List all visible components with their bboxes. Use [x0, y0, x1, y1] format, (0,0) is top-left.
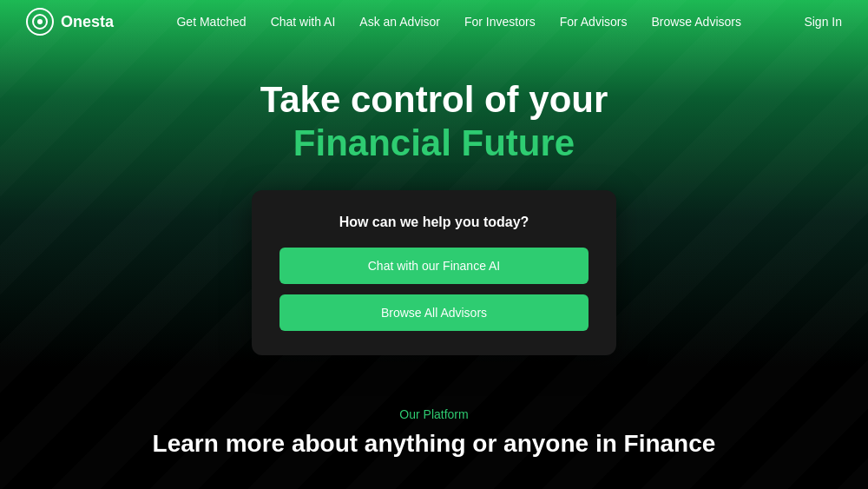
nav-for-advisors[interactable]: For Advisors [560, 15, 628, 29]
action-card: How can we help you today? Chat with our… [252, 190, 616, 355]
logo-text: Onesta [61, 13, 114, 31]
nav-for-investors[interactable]: For Investors [464, 15, 536, 29]
signin-link[interactable]: Sign In [804, 15, 842, 29]
logo[interactable]: Onesta [26, 8, 114, 36]
hero-title-line1: Take control of your [0, 78, 868, 122]
chat-finance-ai-button[interactable]: Chat with our Finance AI [279, 248, 589, 284]
navbar: Onesta Get Matched Chat with AI Ask an A… [0, 0, 868, 43]
nav-links: Get Matched Chat with AI Ask an Advisor … [176, 15, 740, 29]
nav-chat-ai[interactable]: Chat with AI [271, 15, 336, 29]
svg-point-1 [37, 19, 43, 24]
hero-title-line2: Financial Future [0, 122, 868, 165]
platform-label: Our Platform [0, 407, 868, 421]
nav-ask-advisor[interactable]: Ask an Advisor [359, 15, 440, 29]
page-wrapper: Onesta Get Matched Chat with AI Ask an A… [0, 0, 868, 489]
platform-title: Learn more about anything or anyone in F… [0, 430, 868, 458]
platform-section: Our Platform Learn more about anything o… [0, 407, 868, 458]
nav-browse-advisors[interactable]: Browse Advisors [651, 15, 740, 29]
card-question: How can we help you today? [279, 215, 589, 230]
browse-all-advisors-button[interactable]: Browse All Advisors [279, 294, 589, 331]
hero-section: Take control of your Financial Future Ho… [0, 43, 868, 355]
logo-icon [26, 8, 54, 36]
nav-get-matched[interactable]: Get Matched [176, 15, 246, 29]
